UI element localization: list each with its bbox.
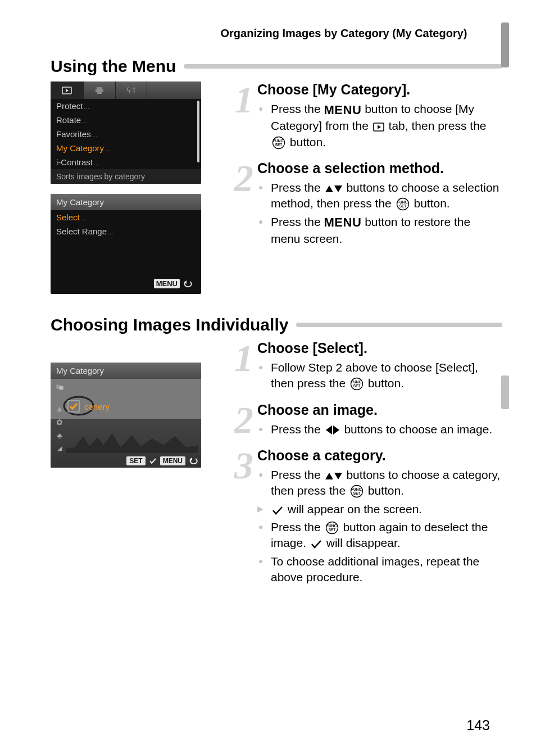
step-number: 2 [230,160,257,190]
camera-screen-title: My Category [51,194,201,210]
step-bullet: Press the buttons to choose a selection … [257,180,502,212]
svg-text:FUNC.: FUNC. [273,139,284,143]
tab-tools-icon: ϟT [116,82,147,99]
camera-menu-list: Protect…Rotate…Favorites…My Category…i-C… [51,99,201,169]
camera-menu-item: Protect… [51,99,201,113]
step-title: Choose [Select]. [257,340,502,356]
back-arrow-icon [183,280,192,288]
camera-menu-item: Favorites… [51,127,201,141]
check-icon [311,540,322,549]
step-bullet: Press the MENU button to choose [My Cate… [257,101,502,150]
back-arrow-icon [189,458,198,464]
camera-menu-item: Rotate… [51,113,201,127]
svg-text:FUNC.: FUNC. [397,200,408,204]
page-edge-tab-mid [501,375,509,409]
svg-text:FUNC.: FUNC. [326,524,338,528]
tab-print-icon [84,82,116,99]
instruction-step: 1Choose [My Category].Press the MENU but… [230,82,502,152]
func-set-icon: FUNC.SET [396,197,410,211]
step-number: 1 [230,82,257,111]
category-people-icon [53,383,66,394]
tab-play-icon [51,82,84,99]
camera-menu-screenshot-1: ϟT Protect…Rotate…Favorites…My Category…… [51,82,201,184]
svg-text:FUNC.: FUNC. [351,380,362,384]
page-header: Organizing Images by Category (My Catego… [197,27,491,40]
instruction-step: 2Choose an image.Press the buttons to ch… [230,402,502,440]
section-rule [184,64,502,69]
step-bullet: To choose additional images, repeat the … [257,554,502,586]
section-heading-using-menu: Using the Menu [51,57,502,76]
step-number: 1 [230,340,257,370]
step-bullet: Follow Step 2 above to choose [Select], … [257,360,502,392]
selected-category-label: cenery [84,402,110,411]
category-cat2-icon: ◢ [53,445,66,452]
menu-text-icon: MENU [324,102,362,119]
step-number: 2 [230,402,257,432]
camera-image-screenshot: My Category ▲ ✿ ♣ ◢ [51,363,201,468]
step-title: Choose an image. [257,402,502,418]
left-right-arrows-icon [325,425,340,435]
svg-rect-3 [96,89,103,92]
svg-marker-26 [325,473,333,479]
svg-marker-11 [325,185,333,192]
func-set-icon: FUNC.SET [350,377,364,391]
svg-text:FUNC.: FUNC. [351,487,362,491]
page-number: 143 [466,717,490,734]
func-set-icon: FUNC.SET [272,136,285,150]
check-icon [272,506,283,515]
svg-rect-4 [97,92,102,94]
category-icons-column: ▲ ✿ ♣ ◢ [53,383,66,452]
instruction-step: 3Choose a category.Press the buttons to … [230,447,502,587]
svg-marker-1 [66,89,69,92]
instruction-step: 1Choose [Select].Follow Step 2 above to … [230,340,502,394]
up-down-arrows-icon [325,472,342,481]
check-in-box-icon [67,400,80,413]
menu-badge-label: MENU [160,456,185,465]
play-tab-icon [373,123,384,132]
svg-marker-7 [378,125,381,129]
section-heading-choosing-individually: Choosing Images Individually [51,315,502,334]
camera-menu-item: Select… [51,210,201,224]
section-title: Using the Menu [51,57,176,76]
svg-text:SET: SET [353,491,361,495]
svg-text:SET: SET [275,143,283,147]
func-set-icon: FUNC.SET [325,521,339,535]
menu-back-indicator: MENU [154,279,193,288]
camera-scrollbar [197,101,199,162]
step-bullet: Press the buttons to choose a category, … [257,467,502,499]
selected-category-row: cenery [67,400,110,413]
svg-text:SET: SET [399,204,406,208]
instruction-step: 2Choose a selection method.Press the but… [230,160,502,249]
check-icon [149,458,157,464]
camera-menu-screenshot-2: My Category Select…Select Range… MENU [51,194,201,294]
set-badge-label: SET [126,456,145,465]
svg-marker-24 [326,425,332,434]
menu-badge-label: MENU [154,279,180,288]
category-cat1-icon: ♣ [53,431,66,440]
step-bullet: Press the FUNC.SET button again to desel… [257,519,502,551]
menu-text-icon: MENU [324,214,362,231]
svg-text:SET: SET [353,384,361,388]
category-events-icon: ✿ [53,418,66,427]
camera-menu-item: My Category… [51,141,201,155]
svg-point-17 [59,386,63,390]
photo-silhouette [66,431,198,453]
set-menu-indicator: SET MENU [126,456,198,465]
svg-rect-2 [97,87,102,89]
page-edge-tab-top [501,22,509,67]
step-bullet: Press the buttons to choose an image. [257,422,502,437]
section-rule [296,323,502,327]
step-number: 3 [230,447,257,477]
camera-menu-item: i-Contrast… [51,155,201,169]
camera-menu-item: Select Range… [51,224,201,238]
step-title: Choose [My Category]. [257,82,502,98]
step-title: Choose a category. [257,447,502,464]
func-set-icon: FUNC.SET [350,485,364,498]
step-bullet: Press the MENU button to restore the men… [257,214,502,247]
step-bullet: will appear on the screen. [257,501,502,517]
up-down-arrows-icon [325,184,342,193]
camera-screen-title: My Category [51,363,201,379]
camera-select-list: Select…Select Range… [51,210,201,238]
camera-menu-footer: Sorts images by category [51,169,201,184]
section-title: Choosing Images Individually [51,315,288,334]
